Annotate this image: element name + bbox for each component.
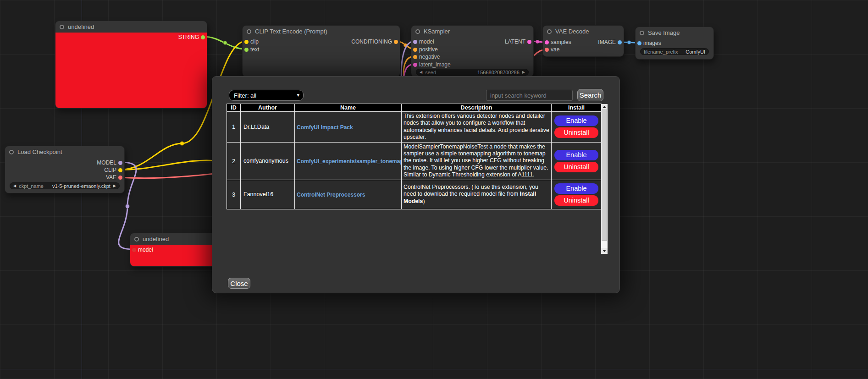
slot-label: images bbox=[643, 40, 661, 46]
description-text: ) bbox=[423, 198, 425, 204]
table-header-row: IDAuthorNameDescriptionInstall bbox=[227, 104, 602, 112]
node-header[interactable]: CLIP Text Encode (Prompt) bbox=[243, 26, 400, 37]
conditioning-port[interactable] bbox=[413, 48, 417, 52]
input-slot-negative: negative bbox=[411, 54, 440, 60]
output-slot-conditioning: CONDITIONING bbox=[351, 38, 400, 45]
enable-button[interactable]: Enable bbox=[554, 150, 598, 160]
node-load-checkpoint[interactable]: Load Checkpoint MODEL CLIP VAE ◀ ckpt_na… bbox=[5, 146, 125, 193]
row-name: ComfyUI_experiments/sampler_tonemap bbox=[295, 142, 402, 180]
node-header[interactable]: KSampler bbox=[411, 26, 533, 37]
conditioning-port[interactable] bbox=[394, 40, 398, 44]
uninstall-button[interactable]: Uninstall bbox=[554, 195, 598, 206]
latent-port[interactable] bbox=[527, 40, 531, 44]
slot-label: vae bbox=[551, 46, 559, 53]
node-title: Save Image bbox=[648, 29, 680, 36]
model-port[interactable] bbox=[118, 161, 122, 165]
input-slot-vae: vae bbox=[543, 46, 559, 53]
node-title: undefined bbox=[68, 23, 94, 30]
vae-port[interactable] bbox=[118, 176, 122, 180]
slot-label: LATENT bbox=[505, 38, 525, 45]
input-slot-clip: clip bbox=[243, 38, 259, 45]
text-port[interactable] bbox=[244, 48, 249, 52]
output-slot-image: IMAGE bbox=[598, 39, 624, 46]
node-vae-decode[interactable]: VAE Decode samples vae IMAGE bbox=[542, 25, 624, 57]
collapse-dot-icon[interactable] bbox=[134, 237, 139, 242]
enable-button[interactable]: Enable bbox=[554, 183, 598, 194]
extension-link[interactable]: ControlNet Preprocessors bbox=[297, 192, 365, 198]
column-header: ID bbox=[227, 104, 241, 112]
column-header: Install bbox=[552, 104, 602, 112]
string-port[interactable] bbox=[201, 35, 205, 39]
collapse-dot-icon[interactable] bbox=[547, 29, 552, 34]
increment-arrow-icon[interactable]: ▶ bbox=[522, 69, 525, 76]
clip-port[interactable] bbox=[244, 40, 249, 44]
wire-midpoint-dot[interactable] bbox=[180, 142, 184, 146]
slot-label: CONDITIONING bbox=[351, 38, 392, 45]
extension-row: 2comfyanonymousComfyUI_experiments/sampl… bbox=[227, 142, 602, 180]
node-undefined-string[interactable]: undefined STRING bbox=[55, 21, 207, 109]
filter-select[interactable]: Filter: all bbox=[229, 90, 304, 101]
wire-midpoint-dot[interactable] bbox=[223, 41, 227, 45]
search-button[interactable]: Search bbox=[577, 89, 603, 101]
extension-link[interactable]: ComfyUI_experiments/sampler_tonemap bbox=[297, 158, 402, 165]
ckpt-name-widget[interactable]: ◀ ckpt_name v1-5-pruned-emaonly.ckpt ▶ bbox=[10, 182, 120, 189]
wire-midpoint-dot[interactable] bbox=[627, 41, 631, 44]
table-scrollbar[interactable] bbox=[601, 104, 608, 254]
description-text: ModelSamplerTonemapNoiseTest a node that… bbox=[404, 143, 548, 178]
uninstall-button[interactable]: Uninstall bbox=[554, 162, 598, 172]
slot-label: positive bbox=[419, 46, 438, 53]
wire-midpoint-dot[interactable] bbox=[536, 40, 539, 44]
collapse-dot-icon[interactable] bbox=[60, 25, 64, 29]
node-title: Load Checkpoint bbox=[17, 148, 62, 155]
collapse-dot-icon[interactable] bbox=[415, 29, 420, 34]
input-slot-model: model bbox=[130, 247, 153, 253]
node-header[interactable]: undefined bbox=[55, 21, 207, 33]
node-ksampler[interactable]: KSampler model positive negative latent_… bbox=[411, 25, 534, 77]
description-text: ControlNet Preprocessors. (To use this e… bbox=[404, 184, 538, 197]
widget-label: ckpt_name bbox=[19, 183, 44, 189]
wire-midpoint-dot[interactable] bbox=[404, 44, 407, 47]
prev-arrow-icon[interactable]: ◀ bbox=[13, 182, 16, 189]
node-title: CLIP Text Encode (Prompt) bbox=[255, 28, 327, 35]
model-port[interactable] bbox=[132, 248, 136, 252]
wire-midpoint-dot[interactable] bbox=[126, 204, 130, 209]
row-name: ComfyUI Impact Pack bbox=[295, 112, 402, 143]
next-arrow-icon[interactable]: ▶ bbox=[113, 182, 116, 189]
clip-port[interactable] bbox=[118, 168, 122, 172]
filename-prefix-widget[interactable]: filename_prefix ComfyUI bbox=[640, 48, 709, 55]
slot-label: samples bbox=[551, 39, 571, 45]
row-description: ControlNet Preprocessors. (To use this e… bbox=[402, 180, 552, 209]
conditioning-port[interactable] bbox=[413, 55, 417, 59]
image-port[interactable] bbox=[637, 41, 641, 45]
extension-link[interactable]: ComfyUI Impact Pack bbox=[297, 124, 353, 131]
row-id: 2 bbox=[227, 142, 241, 180]
close-button[interactable]: Close bbox=[228, 278, 250, 289]
uninstall-button[interactable]: Uninstall bbox=[554, 127, 598, 138]
input-slot-text: text bbox=[243, 46, 259, 53]
decrement-arrow-icon[interactable]: ◀ bbox=[420, 69, 422, 76]
enable-button[interactable]: Enable bbox=[554, 115, 598, 126]
node-header[interactable]: Load Checkpoint bbox=[5, 146, 124, 158]
vae-port[interactable] bbox=[545, 48, 549, 52]
latent-port[interactable] bbox=[413, 63, 417, 67]
image-port[interactable] bbox=[618, 40, 622, 44]
model-port[interactable] bbox=[413, 40, 417, 44]
widget-label: filename_prefix bbox=[644, 49, 678, 55]
collapse-dot-icon[interactable] bbox=[9, 150, 14, 154]
collapse-dot-icon[interactable] bbox=[247, 29, 251, 34]
column-header: Author bbox=[241, 104, 295, 112]
node-header[interactable]: Save Image bbox=[636, 27, 713, 38]
output-slot-model: MODEL bbox=[97, 159, 124, 166]
node-body: images filename_prefix ComfyUI bbox=[636, 38, 713, 59]
widget-value: 156680208700286 bbox=[477, 70, 520, 75]
scroll-down-arrow-icon[interactable] bbox=[601, 248, 608, 254]
node-clip-text-encode[interactable]: CLIP Text Encode (Prompt) clip text COND… bbox=[242, 25, 400, 77]
collapse-dot-icon[interactable] bbox=[640, 31, 644, 35]
node-save-image[interactable]: Save Image images filename_prefix ComfyU… bbox=[635, 27, 714, 60]
search-input[interactable] bbox=[486, 90, 573, 101]
scrollbar-thumb[interactable] bbox=[602, 110, 607, 241]
widget-value: ComfyUI bbox=[686, 49, 705, 55]
node-header[interactable]: VAE Decode bbox=[543, 26, 624, 37]
latent-port[interactable] bbox=[545, 40, 549, 44]
seed-widget[interactable]: ◀ seed 156680208700286 ▶ bbox=[416, 69, 529, 76]
